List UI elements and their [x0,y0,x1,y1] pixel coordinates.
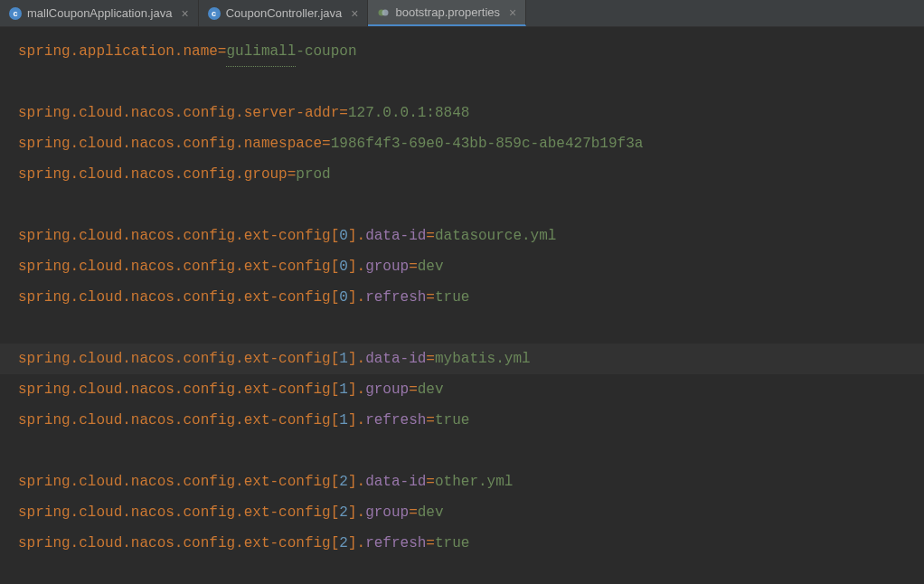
code-line[interactable]: spring.cloud.nacos.config.ext-config[2].… [0,497,924,528]
java-class-icon: c [9,7,22,20]
code-line[interactable]: spring.cloud.nacos.config.ext-config[1].… [0,405,924,436]
code-line[interactable] [0,67,924,98]
java-class-icon: c [208,7,221,20]
code-line[interactable]: spring.cloud.nacos.config.ext-config[0].… [0,251,924,282]
tab-label: CouponController.java [226,6,343,20]
code-line[interactable]: spring.cloud.nacos.config.ext-config[0].… [0,221,924,251]
code-line[interactable]: spring.cloud.nacos.config.ext-config[1].… [0,344,924,374]
code-line[interactable]: spring.cloud.nacos.config.namespace=1986… [0,128,924,159]
code-line[interactable]: spring.cloud.nacos.config.ext-config[2].… [0,528,924,559]
close-icon[interactable]: × [351,6,358,21]
code-line[interactable]: spring.application.name=gulimall-coupon [0,36,924,67]
code-line[interactable]: spring.cloud.nacos.config.ext-config[1].… [0,374,924,405]
code-line[interactable]: spring.cloud.nacos.config.ext-config[0].… [0,282,924,313]
tab-label: bootstrap.properties [395,5,500,19]
code-editor[interactable]: spring.application.name=gulimall-coupons… [0,27,924,568]
code-line[interactable] [0,436,924,466]
tab-0[interactable]: cmallCouponApplication.java× [0,0,199,26]
close-icon[interactable]: × [181,6,188,21]
code-line[interactable]: spring.cloud.nacos.config.ext-config[2].… [0,466,924,497]
close-icon[interactable]: × [509,5,516,20]
tab-label: mallCouponApplication.java [27,6,172,20]
code-line[interactable]: spring.cloud.nacos.config.group=prod [0,159,924,190]
svg-point-1 [382,9,389,15]
tab-1[interactable]: cCouponController.java× [199,0,369,26]
code-line[interactable] [0,190,924,221]
code-line[interactable] [0,313,924,344]
properties-file-icon [377,6,390,19]
tab-bar: cmallCouponApplication.java×cCouponContr… [0,0,924,27]
code-line[interactable]: spring.cloud.nacos.config.server-addr=12… [0,98,924,128]
tab-2[interactable]: bootstrap.properties× [368,0,526,26]
